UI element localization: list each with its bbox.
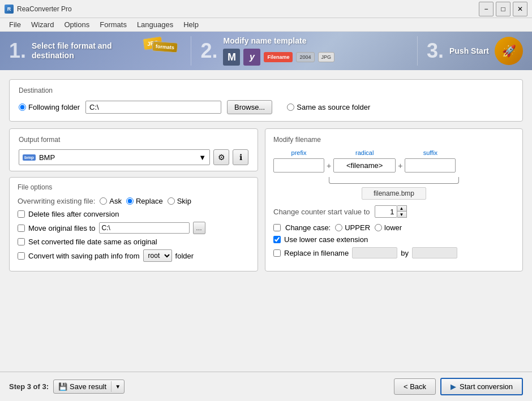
lower-case-ext-label[interactable]: Use lower case extension (284, 235, 368, 244)
skip-radio[interactable] (168, 197, 175, 205)
replace-to-input[interactable] (412, 247, 457, 258)
menu-formats[interactable]: Formats (95, 19, 131, 30)
formats-icon: formats (152, 41, 178, 53)
bmp-badge: bmp (23, 154, 36, 161)
move-path-input[interactable] (99, 222, 190, 234)
bracket-container (273, 177, 514, 187)
title-bar-left: R ReaConverter Pro (5, 5, 72, 14)
menu-help[interactable]: Help (179, 19, 203, 30)
skip-label: Skip (177, 197, 191, 205)
replace-in-checkbox[interactable] (273, 249, 281, 257)
delete-files-label[interactable]: Delete files after conversion (28, 210, 119, 218)
minimize-button[interactable]: − (479, 2, 494, 16)
save-result-btn[interactable]: 💾 Save result (54, 380, 111, 393)
push-start-icon: 🚀 (495, 37, 523, 65)
menu-languages[interactable]: Languages (132, 19, 178, 30)
radical-col: radical (333, 149, 396, 173)
step2-number: 2. (200, 41, 217, 61)
lower-radio[interactable] (375, 224, 382, 231)
upper-radio[interactable] (335, 224, 342, 231)
browse-button[interactable]: Browse... (227, 100, 272, 114)
menu-wizard[interactable]: Wizard (27, 19, 58, 30)
format-select[interactable]: bmp BMP ▼ (19, 149, 210, 165)
back-button[interactable]: < Back (394, 378, 436, 395)
jpg-ext-icon: JPG (318, 52, 335, 62)
output-format-label: Output format (19, 136, 248, 144)
ask-radio-label[interactable]: Ask (100, 197, 122, 205)
modify-filename-label: Modify filename (273, 136, 514, 144)
footer: Step 3 of 3: 💾 Save result ▼ < Back ▶ St… (0, 372, 532, 401)
filename-icon: Filename (264, 52, 293, 62)
replace-radio[interactable] (126, 197, 134, 205)
upper-label: UPPER (345, 223, 370, 232)
replace-radio-label[interactable]: Replace (126, 197, 163, 205)
suffix-input[interactable] (405, 158, 456, 173)
following-folder-radio-label[interactable]: Following folder (19, 103, 80, 111)
menu-options[interactable]: Options (59, 19, 94, 30)
format-dropdown-arrow: ▼ (199, 153, 206, 162)
counter-input[interactable] (375, 205, 397, 218)
file-options-label: File options (18, 183, 250, 191)
move-browse-btn[interactable]: … (193, 222, 205, 234)
following-folder-radio[interactable] (19, 104, 26, 111)
set-date-checkbox[interactable] (18, 238, 25, 245)
modify-filename-section: Modify filename prefix + radical + suffi… (265, 128, 523, 271)
delete-files-checkbox[interactable] (18, 210, 25, 218)
year-icon: 2004 (296, 52, 314, 62)
upper-radio-label[interactable]: UPPER (335, 223, 370, 232)
step1-line2: destination (32, 51, 136, 61)
replace-row: Replace in filename by (273, 247, 514, 258)
same-as-source-radio[interactable] (287, 104, 294, 111)
prefix-label: prefix (291, 149, 307, 156)
move-original-label[interactable]: Move original files to (28, 224, 96, 232)
change-case-label[interactable]: Change case: (285, 223, 331, 232)
overwrite-label: Overwriting existing file: (18, 197, 95, 205)
replace-from-input[interactable] (352, 247, 397, 258)
plus-icon-1: + (327, 161, 331, 173)
close-button[interactable]: ✕ (513, 2, 527, 16)
convert-path-label[interactable]: Convert with saving path info from (28, 252, 140, 260)
letter-m-icon: M (223, 49, 240, 66)
counter-label: Change counter start value to (273, 208, 370, 216)
two-col-layout: Output format bmp BMP ▼ ⚙ ℹ File options (9, 128, 523, 271)
template-row: prefix + radical + suffix (273, 149, 514, 173)
save-result-label: Save result (70, 382, 106, 391)
root-select[interactable]: root (143, 249, 172, 262)
counter-row: Change counter start value to ▲ ▼ (273, 205, 514, 218)
lower-radio-label[interactable]: lower (375, 223, 402, 232)
maximize-button[interactable]: □ (496, 2, 510, 16)
replace-in-label[interactable]: Replace in filename (284, 249, 349, 257)
suffix-label: suffix (423, 149, 437, 156)
right-column: Modify filename prefix + radical + suffi… (265, 128, 523, 271)
folder-path-input[interactable]: C:\ (85, 101, 221, 114)
ask-radio[interactable] (100, 197, 107, 205)
save-dropdown-arrow[interactable]: ▼ (111, 381, 124, 392)
format-settings-btn[interactable]: ⚙ (213, 149, 229, 165)
lower-case-ext-checkbox[interactable] (273, 236, 281, 243)
skip-radio-label[interactable]: Skip (168, 197, 191, 205)
file-options-section: File options Overwriting existing file: … (9, 177, 258, 271)
step3-label: Push Start (449, 46, 489, 56)
convert-path-checkbox[interactable] (18, 252, 25, 260)
step2-icons: M y Filename 2004 JPG (223, 49, 334, 66)
destination-label: Destination (19, 87, 513, 94)
change-case-checkbox[interactable] (273, 224, 281, 231)
counter-up-btn[interactable]: ▲ (397, 206, 406, 212)
set-date-row: Set converted file date same as original (18, 238, 250, 246)
prefix-input[interactable] (273, 158, 324, 173)
destination-row: Following folder C:\ Browse... Same as s… (19, 100, 513, 114)
banner-step1: 1. Select file format and destination JP… (0, 32, 191, 70)
start-conversion-button[interactable]: ▶ Start conversion (440, 378, 523, 395)
step1-number: 1. (9, 41, 26, 61)
menu-file[interactable]: File (5, 19, 25, 30)
app-title: ReaConverter Pro (17, 5, 72, 13)
delete-files-row: Delete files after conversion (18, 210, 250, 218)
counter-down-btn[interactable]: ▼ (397, 212, 406, 217)
same-as-source-radio-label[interactable]: Same as source folder (287, 103, 370, 111)
title-bar-controls: − □ ✕ (479, 2, 527, 16)
format-info-btn[interactable]: ℹ (233, 149, 248, 165)
set-date-label[interactable]: Set converted file date same as original (28, 238, 157, 246)
radical-input[interactable] (333, 158, 396, 173)
menu-bar: File Wizard Options Formats Languages He… (0, 18, 532, 32)
move-original-checkbox[interactable] (18, 225, 25, 232)
